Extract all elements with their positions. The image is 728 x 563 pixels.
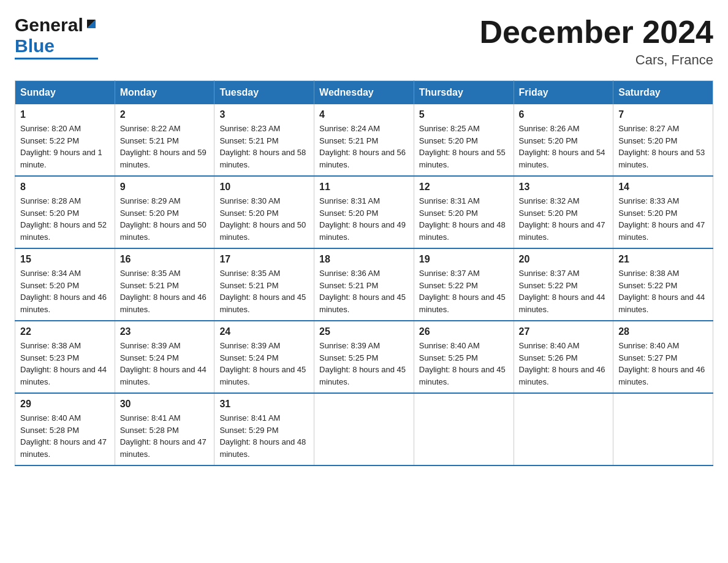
week-row-3: 15Sunrise: 8:34 AMSunset: 5:20 PMDayligh…	[15, 248, 713, 321]
cell-week1-day4: 4Sunrise: 8:24 AMSunset: 5:21 PMDaylight…	[314, 104, 414, 176]
page-header: General Blue December 2024 Cars, France	[15, 15, 713, 68]
day-number: 13	[519, 182, 609, 193]
day-number: 1	[20, 109, 110, 120]
calendar-table: Sunday Monday Tuesday Wednesday Thursday…	[15, 80, 713, 466]
week-row-4: 22Sunrise: 8:38 AMSunset: 5:23 PMDayligh…	[15, 321, 713, 393]
cell-week4-day5: 26Sunrise: 8:40 AMSunset: 5:25 PMDayligh…	[414, 321, 514, 393]
day-info: Sunrise: 8:23 AMSunset: 5:21 PMDaylight:…	[219, 123, 309, 170]
day-info: Sunrise: 8:41 AMSunset: 5:28 PMDaylight:…	[120, 412, 210, 460]
day-info: Sunrise: 8:34 AMSunset: 5:20 PMDaylight:…	[20, 267, 110, 315]
header-wednesday: Wednesday	[314, 81, 414, 105]
header-sunday: Sunday	[15, 81, 115, 105]
day-number: 10	[219, 182, 309, 193]
day-number: 19	[419, 254, 509, 265]
day-info: Sunrise: 8:31 AMSunset: 5:20 PMDaylight:…	[319, 195, 409, 243]
day-info: Sunrise: 8:40 AMSunset: 5:28 PMDaylight:…	[20, 412, 110, 460]
day-number: 16	[120, 254, 210, 265]
day-info: Sunrise: 8:26 AMSunset: 5:20 PMDaylight:…	[519, 123, 609, 170]
day-info: Sunrise: 8:38 AMSunset: 5:23 PMDaylight:…	[20, 340, 110, 388]
cell-week2-day2: 9Sunrise: 8:29 AMSunset: 5:20 PMDaylight…	[115, 176, 214, 248]
day-info: Sunrise: 8:39 AMSunset: 5:24 PMDaylight:…	[120, 340, 210, 388]
day-number: 14	[618, 182, 708, 193]
day-number: 24	[219, 326, 309, 337]
cell-week3-day7: 21Sunrise: 8:38 AMSunset: 5:22 PMDayligh…	[613, 248, 713, 321]
cell-week1-day6: 6Sunrise: 8:26 AMSunset: 5:20 PMDaylight…	[514, 104, 613, 176]
day-info: Sunrise: 8:39 AMSunset: 5:25 PMDaylight:…	[319, 340, 409, 388]
cell-week1-day1: 1Sunrise: 8:20 AMSunset: 5:22 PMDaylight…	[15, 104, 115, 176]
day-number: 20	[519, 254, 609, 265]
day-number: 29	[20, 399, 110, 410]
day-number: 28	[618, 326, 708, 337]
cell-week2-day3: 10Sunrise: 8:30 AMSunset: 5:20 PMDayligh…	[214, 176, 314, 248]
calendar-header: Sunday Monday Tuesday Wednesday Thursday…	[15, 81, 713, 105]
logo-general-text: General	[15, 15, 83, 36]
day-number: 15	[20, 254, 110, 265]
cell-week5-day6	[514, 393, 613, 465]
cell-week5-day2: 30Sunrise: 8:41 AMSunset: 5:28 PMDayligh…	[115, 393, 214, 465]
day-number: 26	[419, 326, 509, 337]
logo: General Blue	[15, 15, 98, 59]
cell-week1-day3: 3Sunrise: 8:23 AMSunset: 5:21 PMDaylight…	[214, 104, 314, 176]
header-thursday: Thursday	[414, 81, 514, 105]
day-number: 21	[618, 254, 708, 265]
header-monday: Monday	[115, 81, 214, 105]
cell-week3-day2: 16Sunrise: 8:35 AMSunset: 5:21 PMDayligh…	[115, 248, 214, 321]
day-number: 6	[519, 109, 609, 120]
cell-week2-day1: 8Sunrise: 8:28 AMSunset: 5:20 PMDaylight…	[15, 176, 115, 248]
cell-week5-day3: 31Sunrise: 8:41 AMSunset: 5:29 PMDayligh…	[214, 393, 314, 465]
week-row-5: 29Sunrise: 8:40 AMSunset: 5:28 PMDayligh…	[15, 393, 713, 465]
cell-week2-day4: 11Sunrise: 8:31 AMSunset: 5:20 PMDayligh…	[314, 176, 414, 248]
logo-arrow-icon	[85, 17, 98, 31]
day-info: Sunrise: 8:41 AMSunset: 5:29 PMDaylight:…	[219, 412, 309, 460]
cell-week2-day7: 14Sunrise: 8:33 AMSunset: 5:20 PMDayligh…	[613, 176, 713, 248]
day-info: Sunrise: 8:32 AMSunset: 5:20 PMDaylight:…	[519, 195, 609, 243]
cell-week1-day2: 2Sunrise: 8:22 AMSunset: 5:21 PMDaylight…	[115, 104, 214, 176]
day-number: 7	[618, 109, 708, 120]
header-saturday: Saturday	[613, 81, 713, 105]
title-section: December 2024 Cars, France	[479, 15, 713, 68]
cell-week5-day1: 29Sunrise: 8:40 AMSunset: 5:28 PMDayligh…	[15, 393, 115, 465]
day-number: 25	[319, 326, 409, 337]
cell-week4-day4: 25Sunrise: 8:39 AMSunset: 5:25 PMDayligh…	[314, 321, 414, 393]
day-info: Sunrise: 8:22 AMSunset: 5:21 PMDaylight:…	[120, 123, 210, 170]
day-info: Sunrise: 8:33 AMSunset: 5:20 PMDaylight:…	[618, 195, 708, 243]
cell-week3-day1: 15Sunrise: 8:34 AMSunset: 5:20 PMDayligh…	[15, 248, 115, 321]
day-info: Sunrise: 8:28 AMSunset: 5:20 PMDaylight:…	[20, 195, 110, 243]
day-number: 11	[319, 182, 409, 193]
day-number: 23	[120, 326, 210, 337]
day-number: 31	[219, 399, 309, 410]
day-info: Sunrise: 8:30 AMSunset: 5:20 PMDaylight:…	[219, 195, 309, 243]
day-info: Sunrise: 8:40 AMSunset: 5:26 PMDaylight:…	[519, 340, 609, 388]
cell-week4-day6: 27Sunrise: 8:40 AMSunset: 5:26 PMDayligh…	[514, 321, 613, 393]
cell-week4-day1: 22Sunrise: 8:38 AMSunset: 5:23 PMDayligh…	[15, 321, 115, 393]
day-info: Sunrise: 8:20 AMSunset: 5:22 PMDaylight:…	[20, 123, 110, 170]
page-title: December 2024	[479, 15, 713, 50]
day-number: 18	[319, 254, 409, 265]
day-info: Sunrise: 8:27 AMSunset: 5:20 PMDaylight:…	[618, 123, 708, 170]
day-info: Sunrise: 8:31 AMSunset: 5:20 PMDaylight:…	[419, 195, 509, 243]
logo-blue-text: Blue	[15, 36, 98, 59]
day-number: 27	[519, 326, 609, 337]
cell-week2-day6: 13Sunrise: 8:32 AMSunset: 5:20 PMDayligh…	[514, 176, 613, 248]
cell-week4-day3: 24Sunrise: 8:39 AMSunset: 5:24 PMDayligh…	[214, 321, 314, 393]
cell-week3-day4: 18Sunrise: 8:36 AMSunset: 5:21 PMDayligh…	[314, 248, 414, 321]
day-info: Sunrise: 8:35 AMSunset: 5:21 PMDaylight:…	[120, 267, 210, 315]
day-number: 12	[419, 182, 509, 193]
page-location: Cars, France	[479, 52, 713, 68]
day-info: Sunrise: 8:40 AMSunset: 5:27 PMDaylight:…	[618, 340, 708, 388]
day-number: 4	[319, 109, 409, 120]
cell-week1-day7: 7Sunrise: 8:27 AMSunset: 5:20 PMDaylight…	[613, 104, 713, 176]
header-friday: Friday	[514, 81, 613, 105]
cell-week3-day3: 17Sunrise: 8:35 AMSunset: 5:21 PMDayligh…	[214, 248, 314, 321]
day-info: Sunrise: 8:37 AMSunset: 5:22 PMDaylight:…	[519, 267, 609, 315]
header-tuesday: Tuesday	[214, 81, 314, 105]
day-number: 30	[120, 399, 210, 410]
day-number: 8	[20, 182, 110, 193]
day-info: Sunrise: 8:37 AMSunset: 5:22 PMDaylight:…	[419, 267, 509, 315]
day-info: Sunrise: 8:35 AMSunset: 5:21 PMDaylight:…	[219, 267, 309, 315]
day-number: 3	[219, 109, 309, 120]
cell-week2-day5: 12Sunrise: 8:31 AMSunset: 5:20 PMDayligh…	[414, 176, 514, 248]
logo-wrapper: General	[15, 15, 98, 36]
day-info: Sunrise: 8:25 AMSunset: 5:20 PMDaylight:…	[419, 123, 509, 170]
cell-week1-day5: 5Sunrise: 8:25 AMSunset: 5:20 PMDaylight…	[414, 104, 514, 176]
